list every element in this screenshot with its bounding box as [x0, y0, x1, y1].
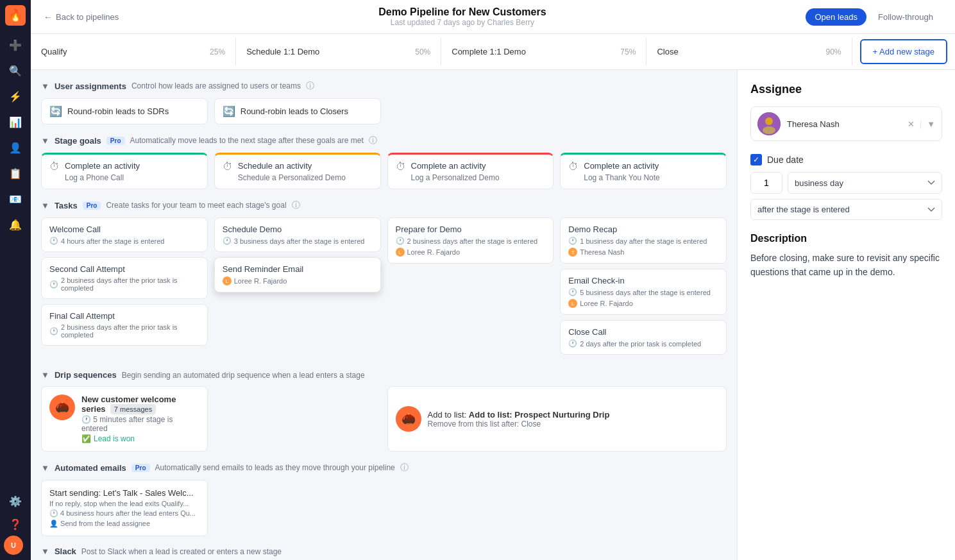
sidebar-icon-chart[interactable]: 📊 [4, 110, 27, 133]
slack-toggle[interactable]: ▼ [41, 547, 49, 556]
due-date-unit-select[interactable]: business day business days calendar day … [788, 172, 942, 194]
task-welcome-call[interactable]: Welcome Call 🕐 4 hours after the stage i… [41, 217, 208, 252]
automated-emails-badge: Pro [131, 464, 150, 472]
stage-schedule-demo[interactable]: Schedule 1:1 Demo 50% [236, 38, 441, 65]
tab-open-leads[interactable]: Open leads [806, 8, 866, 26]
user-assignments-help-icon[interactable]: ⓘ [306, 80, 314, 92]
task-close-call[interactable]: Close Call 🕐 2 days after the prior task… [560, 320, 727, 355]
drip-card-welcome[interactable]: 🌰 New customer welcome series 7 messages… [41, 386, 208, 452]
assignee-row[interactable]: Theresa Nash ✕ | ▼ [750, 106, 942, 141]
task-second-call[interactable]: Second Call Attempt 🕐 2 business days af… [41, 257, 208, 299]
email-card-0[interactable]: Start sending: Let's Talk - Sales Welc..… [41, 480, 208, 536]
goal-card-3[interactable]: ⏱ Complete an activity Log a Thank You N… [560, 153, 727, 189]
task-second-call-title: Second Call Attempt [49, 264, 199, 274]
due-date-checkbox[interactable]: ✓ [750, 154, 762, 165]
task-second-call-meta: 🕐 2 business days after the prior task i… [49, 276, 199, 292]
user-assignments-header: ▼ User assignments Control how leads are… [41, 80, 727, 92]
stage-qualify-name: Qualify [41, 47, 67, 56]
tasks-desc: Create tasks for your team to meet each … [106, 201, 286, 210]
sidebar-icon-bell[interactable]: 🔔 [4, 213, 27, 236]
due-date-row: business day business days calendar day … [750, 172, 942, 194]
stage-close-pct: 90% [825, 47, 841, 56]
task-close-call-title: Close Call [568, 327, 718, 337]
user-assignments-section: ▼ User assignments Control how leads are… [41, 80, 727, 124]
automated-emails-help-icon[interactable]: ⓘ [400, 462, 409, 473]
goal-icon-0: ⏱ [49, 161, 60, 173]
tasks-grid: Welcome Call 🕐 4 hours after the stage i… [41, 217, 727, 360]
drip-icon-welcome: 🌰 [49, 395, 75, 420]
due-date-qualifier-select[interactable]: after the stage is entered after the pri… [750, 199, 942, 220]
stage-complete-demo-pct: 75% [620, 47, 636, 56]
tasks-toggle[interactable]: ▼ [41, 201, 49, 210]
clock-icon-2: 🕐 [49, 280, 58, 289]
user-avatar[interactable]: U [4, 536, 23, 555]
back-button[interactable]: ← Back to pipelines [44, 12, 119, 22]
stage-complete-demo-name: Complete 1:1 Demo [452, 47, 526, 56]
chevron-down-icon[interactable]: ▼ [927, 119, 935, 129]
rr-label-sdrs: Round-robin leads to SDRs [67, 106, 169, 116]
goal-sub-2: Log a Personalized Demo [411, 173, 500, 182]
tasks-badge: Pro [83, 201, 101, 210]
nurture-card[interactable]: 🌰 Add to list: Add to list: Prospect Nur… [387, 386, 727, 452]
add-stage-button[interactable]: + Add new stage [860, 39, 948, 64]
sidebar-icon-user[interactable]: 👤 [4, 136, 27, 159]
goal-card-0[interactable]: ⏱ Complete an activity Log a Phone Call [41, 153, 208, 189]
sidebar-icon-help[interactable]: ❓ [4, 513, 27, 536]
task-demo-recap[interactable]: Demo Recap 🕐 1 business day after the st… [560, 217, 727, 264]
close-icon[interactable]: ✕ [908, 119, 915, 129]
user-assignments-toggle[interactable]: ▼ [41, 81, 49, 91]
tab-follow-through[interactable]: Follow-through [869, 8, 942, 26]
stage-goals-desc: Automatically move leads to the next sta… [130, 136, 364, 145]
task-prepare-demo-assignee: L Loree R. Fajardo [396, 248, 546, 257]
goal-card-2[interactable]: ⏱ Complete an activity Log a Personalize… [387, 153, 554, 189]
description-title: Description [750, 233, 942, 244]
goal-card-1[interactable]: ⏱ Schedule an activity Schedule a Person… [214, 153, 381, 189]
sidebar-icon-search[interactable]: 🔍 [4, 59, 27, 82]
clock-icon-6: 🕐 [568, 237, 577, 245]
slack-section: ▼ Slack Post to Slack when a lead is cre… [41, 547, 727, 560]
task-schedule-demo[interactable]: Schedule Demo 🕐 3 business days after th… [214, 217, 381, 252]
due-date-label: Due date [767, 155, 804, 165]
sidebar: 🔥 ➕ 🔍 ⚡ 📊 👤 📋 📧 🔔 ⚙️ ❓ U [0, 0, 31, 560]
stage-goals-help-icon[interactable]: ⓘ [369, 135, 377, 146]
stages-bar: Qualify 25% Schedule 1:1 Demo 50% Comple… [31, 34, 955, 70]
sidebar-icon-email[interactable]: 📧 [4, 187, 27, 210]
goal-title-1: Schedule an activity [238, 161, 346, 171]
task-send-reminder-title: Send Reminder Email [223, 264, 373, 274]
sidebar-icon-gear[interactable]: ⚙️ [4, 489, 27, 513]
clock-icon-7: 🕐 [568, 288, 577, 296]
tasks-help-icon[interactable]: ⓘ [292, 199, 300, 211]
app-logo[interactable]: 🔥 [5, 5, 26, 26]
stage-close[interactable]: Close 90% [647, 38, 852, 65]
drip-sequences-header: ▼ Drip sequences Begin sending an automa… [41, 370, 727, 380]
drip-sequences-toggle[interactable]: ▼ [41, 370, 49, 380]
sidebar-icon-tasks[interactable]: 📋 [4, 162, 27, 185]
stage-complete-demo[interactable]: Complete 1:1 Demo 75% [441, 38, 647, 65]
goal-sub-0: Log a Phone Call [65, 173, 140, 182]
rr-card-closers[interactable]: 🔄 Round-robin leads to Closers [214, 98, 381, 124]
sidebar-icon-lightning[interactable]: ⚡ [4, 85, 27, 108]
automated-emails-desc: Automatically send emails to leads as th… [155, 463, 395, 472]
rr-card-sdrs[interactable]: 🔄 Round-robin leads to SDRs [41, 98, 208, 124]
email-sub1-0: If no reply, stop when the lead exits Qu… [49, 500, 199, 507]
task-send-reminder[interactable]: Send Reminder Email L Loree R. Fajardo [214, 257, 381, 293]
tasks-header: ▼ Tasks Pro Create tasks for your team t… [41, 199, 727, 211]
stage-goals-toggle[interactable]: ▼ [41, 136, 49, 146]
assignee-section: Theresa Nash ✕ | ▼ [750, 106, 942, 141]
goal-sub-1: Schedule a Personalized Demo [238, 173, 346, 182]
rr-label-closers: Round-robin leads to Closers [241, 106, 348, 116]
due-date-number-input[interactable] [750, 172, 782, 194]
automated-emails-grid: Start sending: Let's Talk - Sales Welc..… [41, 480, 727, 536]
sidebar-icon-home[interactable]: ➕ [4, 33, 27, 56]
stage-qualify[interactable]: Qualify 25% [31, 38, 236, 65]
task-email-checkin[interactable]: Email Check-in 🕐 5 business days after t… [560, 269, 727, 315]
main-area: ← Back to pipelines Demo Pipeline for Ne… [31, 0, 955, 560]
back-arrow-icon: ← [44, 12, 52, 22]
task-email-checkin-title: Email Check-in [568, 276, 718, 285]
task-schedule-demo-meta: 🕐 3 business days after the stage is ent… [223, 237, 373, 245]
task-prepare-demo[interactable]: Prepare for Demo 🕐 2 business days after… [387, 217, 554, 264]
tasks-col-3: Demo Recap 🕐 1 business day after the st… [560, 217, 727, 360]
automated-emails-toggle[interactable]: ▼ [41, 463, 49, 473]
task-final-call[interactable]: Final Call Attempt 🕐 2 business days aft… [41, 304, 208, 346]
automated-emails-title: Automated emails [55, 463, 126, 473]
